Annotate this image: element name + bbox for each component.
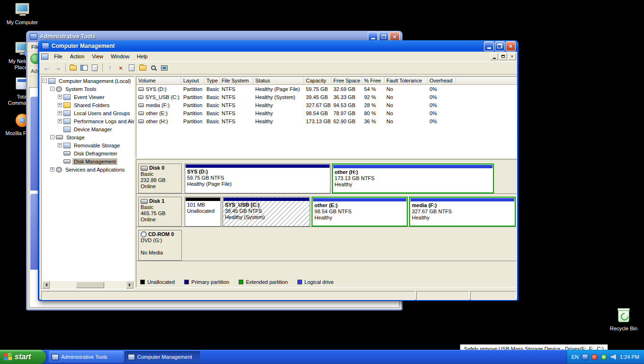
partition-color-bar bbox=[411, 198, 514, 201]
menu-action[interactable]: Action bbox=[66, 53, 89, 60]
minimize-button[interactable] bbox=[484, 41, 494, 51]
tree-item-system-tools[interactable]: - System Tools bbox=[42, 85, 134, 93]
close-button[interactable]: × bbox=[506, 41, 516, 51]
expander-icon[interactable]: + bbox=[50, 167, 54, 172]
tree-item-removable-storage[interactable]: + Removable Storage bbox=[42, 141, 134, 149]
partition-title: SYS_USB (C:) bbox=[225, 202, 308, 208]
partition-color-bar bbox=[224, 198, 309, 201]
partition-other-e[interactable]: other (E:) 98.54 GB NTFS Healthy bbox=[312, 197, 408, 227]
expander-icon[interactable]: - bbox=[50, 87, 54, 91]
tree-item-computer-management-local[interactable]: - Computer Management (Local) bbox=[42, 77, 134, 85]
restore-button[interactable] bbox=[495, 41, 505, 51]
column-header-capacity[interactable]: Capacity bbox=[304, 77, 331, 84]
column-header-type[interactable]: Type bbox=[205, 77, 220, 84]
disk-type: Basic bbox=[141, 171, 179, 177]
column-header-fault-tolerance[interactable]: Fault Tolerance bbox=[385, 77, 428, 84]
tree-item-storage[interactable]: - Storage bbox=[42, 133, 134, 141]
menu-help[interactable]: Help bbox=[133, 53, 152, 60]
show-hide-console-tree-icon[interactable] bbox=[79, 63, 89, 73]
expander-icon[interactable]: + bbox=[58, 103, 62, 107]
expander-icon[interactable] bbox=[58, 159, 62, 164]
up-one-level-icon[interactable] bbox=[68, 63, 78, 73]
expander-icon[interactable] bbox=[58, 127, 62, 131]
expander-icon[interactable] bbox=[58, 151, 62, 155]
expander-icon[interactable]: + bbox=[58, 111, 62, 115]
partition-sys-d[interactable]: SYS (D:) 59.75 GB NTFS Healthy (Page Fil… bbox=[185, 164, 331, 193]
tree-horizontal-scrollbar[interactable] bbox=[42, 281, 134, 289]
menu-window[interactable]: Window bbox=[107, 53, 133, 60]
mdi-restore-button[interactable] bbox=[499, 53, 507, 60]
computer-icon[interactable] bbox=[159, 63, 170, 73]
volume-tray-icon[interactable] bbox=[610, 354, 617, 360]
disk1-label[interactable]: Disk 1 Basic 465.75 GB Online bbox=[138, 197, 182, 227]
tree-item-shared-folders[interactable]: + Shared Folders bbox=[42, 101, 134, 109]
safely-remove-hardware-icon[interactable] bbox=[601, 354, 607, 360]
partition-media-f[interactable]: media (F:) 327.67 GB NTFS Healthy bbox=[409, 197, 516, 227]
column-header-status[interactable]: Status bbox=[253, 77, 304, 84]
disk-management-icon bbox=[63, 159, 71, 164]
volume-row-other-e[interactable]: other (E:) Partition Basic NTFS Healthy … bbox=[136, 109, 517, 117]
expander-icon[interactable]: + bbox=[58, 143, 62, 147]
start-button[interactable]: start bbox=[0, 350, 46, 364]
expander-icon[interactable]: - bbox=[50, 135, 54, 139]
desktop-icon-recycle-bin[interactable]: Recycle Bin bbox=[605, 308, 642, 332]
column-header-volume[interactable]: Volume bbox=[136, 77, 181, 84]
tree-item-disk-management[interactable]: Disk Management bbox=[42, 157, 134, 165]
cell: No bbox=[385, 102, 428, 108]
open-folder-icon[interactable] bbox=[137, 63, 148, 73]
properties-icon[interactable] bbox=[89, 63, 100, 73]
cm-titlebar[interactable]: Computer Management × bbox=[39, 40, 517, 52]
tree-item-performance-logs-and-alerts[interactable]: + Performance Logs and Alerts bbox=[42, 117, 134, 125]
storage-icon bbox=[56, 135, 63, 139]
scroll-left-icon[interactable] bbox=[42, 281, 50, 289]
cell: Partition bbox=[181, 102, 205, 108]
tree-item-event-viewer[interactable]: + Event Viewer bbox=[42, 93, 134, 101]
taskbar-button-administrative-tools[interactable]: Administrative Tools bbox=[49, 351, 124, 363]
tree-item-local-users-and-groups[interactable]: + Local Users and Groups bbox=[42, 109, 134, 117]
column-header-free-space[interactable]: Free Space bbox=[331, 77, 362, 84]
language-indicator[interactable]: EN bbox=[572, 354, 579, 360]
menu-view[interactable]: View bbox=[88, 53, 107, 60]
volume-row-other-h[interactable]: other (H:) Partition Basic NTFS Healthy … bbox=[136, 117, 517, 125]
partition-unallocated[interactable]: 101 MB Unallocated bbox=[185, 197, 221, 227]
mdi-close-button[interactable]: × bbox=[508, 53, 516, 60]
expander-icon[interactable]: + bbox=[58, 119, 62, 123]
taskbar-button-computer-management[interactable]: Computer Management bbox=[125, 351, 200, 363]
column-header-pct-free[interactable]: % Free bbox=[362, 77, 385, 84]
legend-item-primary-partition: Primary partition bbox=[184, 279, 229, 285]
expander-icon[interactable]: - bbox=[43, 79, 47, 83]
volume-row-sys-usb-c[interactable]: SYS_USB (C:) Partition Basic NTFS Health… bbox=[136, 93, 517, 101]
up-icon[interactable]: ↑ bbox=[105, 63, 115, 73]
scroll-right-icon[interactable] bbox=[126, 281, 134, 289]
tree-item-services-and-applications[interactable]: + Services and Applications bbox=[42, 165, 134, 173]
volume-list-pane: Volume Layout Type File System Status Ca… bbox=[136, 76, 517, 158]
tree-item-disk-defragmenter[interactable]: Disk Defragmenter bbox=[42, 149, 134, 157]
cell: No bbox=[385, 86, 428, 92]
desktop-icon-my-computer[interactable]: My Computer bbox=[4, 2, 41, 26]
partition-sys-usb-c[interactable]: SYS_USB (C:) 39.45 GB NTFS Healthy (Syst… bbox=[223, 197, 310, 227]
status-panel bbox=[470, 291, 516, 300]
partition-other-h[interactable]: other (H:) 173.13 GB NTFS Healthy bbox=[332, 164, 494, 193]
back-icon[interactable]: ← bbox=[42, 63, 52, 73]
network-tray-icon[interactable] bbox=[582, 354, 588, 360]
disk0-label[interactable]: Disk 0 Basic 232.88 GB Online bbox=[138, 164, 182, 193]
menu-file[interactable]: File bbox=[50, 53, 66, 60]
console-window-icon[interactable] bbox=[41, 54, 48, 60]
scrollbar-thumb[interactable] bbox=[76, 282, 104, 288]
volume-row-sys-d[interactable]: SYS (D:) Partition Basic NTFS Healthy (P… bbox=[136, 85, 517, 93]
tree-item-device-manager[interactable]: Device Manager bbox=[42, 125, 134, 133]
cdrom0-label[interactable]: CD-ROM 0 DVD (G:) No Media bbox=[138, 230, 182, 261]
forward-icon[interactable]: → bbox=[53, 63, 63, 73]
column-header-overhead[interactable]: Overhead bbox=[428, 77, 456, 84]
column-header-layout[interactable]: Layout bbox=[181, 77, 205, 84]
volume-row-media-f[interactable]: media (F:) Partition Basic NTFS Healthy … bbox=[136, 101, 517, 109]
antivirus-tray-icon[interactable] bbox=[591, 354, 598, 360]
zoom-icon[interactable] bbox=[148, 63, 159, 73]
properties-sheet-icon[interactable] bbox=[126, 63, 137, 73]
mdi-minimize-button[interactable] bbox=[490, 53, 498, 60]
volume-icon bbox=[138, 87, 144, 91]
expander-icon[interactable]: + bbox=[58, 95, 62, 99]
delete-partition-icon[interactable]: × bbox=[116, 63, 126, 73]
scrollbar-track[interactable] bbox=[50, 281, 126, 289]
column-header-file-system[interactable]: File System bbox=[220, 77, 253, 84]
